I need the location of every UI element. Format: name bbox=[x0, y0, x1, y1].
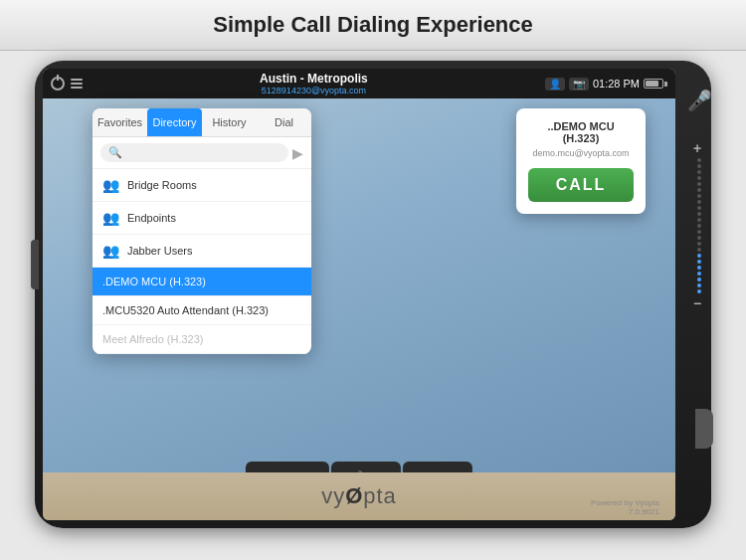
status-right: 👤 📷 01:28 PM bbox=[545, 78, 667, 91]
call-card: ..DEMO MCU (H.323) demo.mcu@vyopta.com C… bbox=[516, 108, 646, 214]
volume-up-icon[interactable]: + bbox=[693, 140, 701, 156]
search-input[interactable] bbox=[126, 147, 280, 159]
status-bar: Austin - Metropolis 5128914230@vyopta.co… bbox=[43, 69, 675, 98]
dir-item-jabber-users[interactable]: 👥 Jabber Users bbox=[93, 235, 311, 268]
tab-favorites[interactable]: Favorites bbox=[93, 108, 147, 136]
dir-item-bridge-rooms[interactable]: 👥 Bridge Rooms bbox=[93, 169, 311, 202]
battery-icon bbox=[644, 79, 667, 89]
dir-item-endpoints[interactable]: 👥 Endpoints bbox=[93, 202, 311, 235]
vyopta-logo: vyØpta bbox=[321, 483, 397, 509]
group-icon: 👥 bbox=[102, 243, 119, 259]
tabs-container: Favorites Directory History Dial bbox=[93, 108, 311, 137]
powered-by-text: Powered by Vyopta 7.0.9021 bbox=[591, 498, 659, 516]
dropdown-panel: Favorites Directory History Dial 🔍 ▶ bbox=[93, 108, 311, 354]
dir-item-mcu5320[interactable]: .MCU5320 Auto Attendant (H.323) bbox=[93, 296, 311, 325]
microphone-icon: 🎤 bbox=[687, 89, 705, 114]
page-title: Simple Call Dialing Experience bbox=[0, 12, 746, 38]
device-name: Austin - Metropolis bbox=[83, 72, 545, 86]
dir-item-meet-alfredo[interactable]: Meet Alfredo (H.323) bbox=[93, 325, 311, 354]
search-arrow-icon: ▶ bbox=[292, 145, 303, 161]
device-right-panel: 🎤 + bbox=[675, 61, 711, 528]
screen-footer: vyØpta Powered by Vyopta 7.0.9021 bbox=[43, 472, 675, 520]
search-input-wrap[interactable]: 🔍 bbox=[100, 143, 288, 162]
dir-item-demo-mcu[interactable]: .DEMO MCU (H.323) bbox=[93, 268, 311, 296]
right-knob bbox=[695, 409, 713, 449]
search-bar: 🔍 ▶ bbox=[93, 137, 311, 169]
call-card-email: demo.mcu@vyopta.com bbox=[528, 148, 634, 158]
tab-directory[interactable]: Directory bbox=[147, 108, 202, 136]
volume-slider[interactable]: + − bbox=[691, 140, 703, 260]
device-frame: Austin - Metropolis 5128914230@vyopta.co… bbox=[35, 61, 711, 528]
contact-icon: 👤 bbox=[545, 78, 565, 91]
status-center: Austin - Metropolis 5128914230@vyopta.co… bbox=[83, 72, 545, 95]
search-icon: 🔍 bbox=[108, 146, 122, 159]
group-icon: 👥 bbox=[102, 210, 119, 226]
group-icon: 👥 bbox=[102, 177, 119, 193]
menu-icon[interactable] bbox=[71, 79, 83, 89]
device-email: 5128914230@vyopta.com bbox=[83, 86, 545, 95]
screen: Austin - Metropolis 5128914230@vyopta.co… bbox=[43, 69, 675, 520]
tab-history[interactable]: History bbox=[202, 108, 257, 136]
device-wrapper: Austin - Metropolis 5128914230@vyopta.co… bbox=[0, 51, 746, 538]
page-header: Simple Call Dialing Experience bbox=[0, 0, 746, 51]
status-left bbox=[51, 77, 83, 91]
power-icon[interactable] bbox=[51, 77, 65, 91]
time-display: 01:28 PM bbox=[593, 78, 640, 90]
camera-icon: 📷 bbox=[569, 78, 589, 91]
tab-dial[interactable]: Dial bbox=[257, 108, 311, 136]
call-card-name: ..DEMO MCU (H.323) bbox=[528, 120, 634, 144]
volume-down-icon[interactable]: − bbox=[693, 295, 701, 311]
call-button[interactable]: CALL bbox=[528, 168, 634, 202]
main-content: Favorites Directory History Dial 🔍 ▶ bbox=[43, 98, 675, 520]
device-left-button[interactable] bbox=[31, 240, 39, 289]
